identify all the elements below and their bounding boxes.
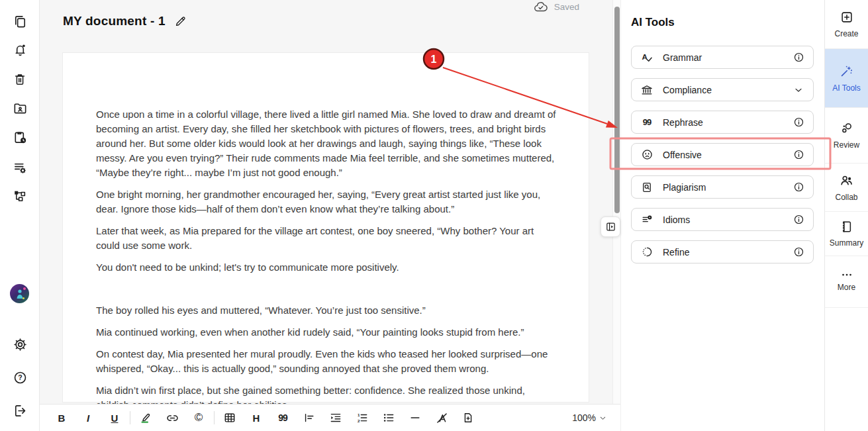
tool-label: Rephrase bbox=[663, 117, 783, 128]
copyright-button[interactable]: © bbox=[185, 408, 212, 428]
add-page-icon bbox=[461, 411, 475, 424]
tool-label: Refine bbox=[663, 247, 783, 258]
tab-create[interactable]: Create bbox=[825, 0, 868, 49]
paragraph: You don't need to be unkind; let's try t… bbox=[96, 260, 556, 275]
collapse-panel-button[interactable] bbox=[601, 216, 620, 237]
refine-sparkle-icon bbox=[640, 246, 653, 259]
vertical-scrollbar[interactable] bbox=[612, 0, 620, 404]
blockquote-button[interactable]: 99 bbox=[269, 408, 296, 428]
document-header: MY document - 1 bbox=[63, 9, 620, 33]
tab-summary[interactable]: Summary bbox=[825, 212, 868, 256]
info-icon[interactable] bbox=[793, 149, 804, 161]
settings-gear-icon[interactable] bbox=[12, 336, 28, 352]
horizontal-rule-icon bbox=[409, 411, 422, 424]
paragraph: Mia continued working, even when another… bbox=[96, 325, 556, 340]
clipboard-history-icon[interactable] bbox=[12, 129, 28, 145]
highlighter-icon bbox=[139, 411, 152, 424]
table-icon bbox=[223, 411, 236, 424]
more-dots-icon bbox=[840, 271, 854, 278]
cloud-saved-icon bbox=[534, 1, 548, 13]
collab-people-icon bbox=[839, 173, 854, 188]
refine-tool-button[interactable]: Refine bbox=[631, 240, 814, 263]
toolbar-divider bbox=[214, 411, 215, 424]
info-icon[interactable] bbox=[793, 181, 804, 193]
help-icon[interactable]: ? bbox=[12, 369, 28, 385]
numbered-list-icon: 12 bbox=[356, 411, 369, 424]
tab-review[interactable]: Review bbox=[825, 108, 868, 164]
logout-icon[interactable] bbox=[12, 403, 28, 418]
bold-button[interactable]: B bbox=[48, 408, 75, 428]
bullet-list-icon bbox=[382, 411, 395, 424]
info-icon[interactable] bbox=[793, 117, 804, 128]
svg-text:?: ? bbox=[18, 373, 22, 381]
info-icon[interactable] bbox=[793, 246, 804, 258]
contacts-folder-icon[interactable] bbox=[12, 100, 28, 116]
italic-button[interactable]: I bbox=[75, 408, 101, 428]
hierarchy-icon[interactable] bbox=[12, 188, 28, 204]
clear-formatting-button[interactable] bbox=[428, 408, 455, 428]
table-button[interactable] bbox=[217, 408, 243, 428]
paragraph: Later that week, as Mia prepared for the… bbox=[96, 224, 556, 253]
link-icon bbox=[166, 411, 179, 425]
panel-title: AI Tools bbox=[631, 16, 675, 29]
info-icon[interactable] bbox=[793, 214, 804, 226]
chevron-down-icon bbox=[599, 414, 607, 422]
chevron-down-icon bbox=[793, 84, 804, 96]
tab-collab[interactable]: Collab bbox=[825, 164, 868, 212]
compliance-tool-button[interactable]: Compliance bbox=[631, 78, 814, 101]
avatar-decoration bbox=[23, 287, 26, 290]
create-icon bbox=[840, 10, 854, 24]
tab-more[interactable]: More bbox=[825, 256, 868, 308]
toolbar-divider bbox=[130, 411, 130, 424]
tool-label: Grammar bbox=[663, 52, 783, 63]
summary-page-icon bbox=[840, 220, 853, 234]
list-settings-icon[interactable] bbox=[12, 160, 28, 175]
notifications-icon[interactable] bbox=[12, 42, 28, 58]
horizontal-rule-button[interactable] bbox=[402, 408, 428, 428]
clear-formatting-icon bbox=[435, 411, 449, 425]
editor-area: MY document - 1 Saved Once upon a time i… bbox=[40, 0, 620, 431]
rephrase-tool-button[interactable]: 99 Rephrase bbox=[631, 111, 814, 134]
heading-button[interactable]: H bbox=[243, 408, 269, 428]
tab-ai-tools[interactable]: AI Tools bbox=[825, 49, 868, 108]
zoom-control[interactable]: 100% bbox=[572, 412, 607, 423]
paragraph: The boy rolled his eyes and muttered, “W… bbox=[96, 303, 556, 318]
bullet-list-button[interactable] bbox=[375, 408, 402, 428]
add-page-button[interactable] bbox=[455, 408, 481, 428]
document-page[interactable]: Once upon a time in a colorful village, … bbox=[63, 53, 589, 402]
tool-label: Compliance bbox=[663, 85, 783, 95]
plagiarism-tool-button[interactable]: Plagiarism bbox=[631, 175, 814, 199]
user-avatar[interactable] bbox=[10, 284, 29, 303]
tool-label: Plagiarism bbox=[663, 182, 783, 193]
tab-label: Create bbox=[834, 29, 858, 38]
panel-expand-icon bbox=[605, 221, 616, 232]
tab-label: Collab bbox=[835, 193, 857, 202]
indent-button[interactable] bbox=[322, 408, 349, 428]
left-sidebar: ? bbox=[0, 0, 40, 431]
grammar-check-icon: A bbox=[640, 51, 653, 64]
align-left-icon bbox=[303, 411, 316, 424]
indent-icon bbox=[329, 411, 342, 424]
tool-label: Offensive bbox=[663, 150, 783, 160]
idioms-list-icon bbox=[640, 213, 653, 226]
link-button[interactable] bbox=[159, 408, 185, 428]
align-left-button[interactable] bbox=[296, 408, 322, 428]
svg-text:1: 1 bbox=[358, 412, 360, 417]
numbered-list-button[interactable]: 12 bbox=[349, 408, 375, 428]
highlight-button[interactable] bbox=[132, 408, 159, 428]
grammar-tool-button[interactable]: A Grammar bbox=[631, 46, 814, 69]
compliance-bank-icon bbox=[640, 83, 653, 97]
tab-label: Review bbox=[834, 140, 859, 150]
review-circles-icon bbox=[840, 121, 854, 136]
rename-document-button[interactable] bbox=[173, 14, 188, 28]
trash-icon[interactable] bbox=[12, 72, 28, 87]
underline-button[interactable]: U bbox=[101, 408, 128, 428]
scrollbar-thumb[interactable] bbox=[614, 7, 620, 213]
documents-icon[interactable] bbox=[12, 13, 28, 29]
offensive-tool-button[interactable]: Offensive bbox=[631, 143, 814, 166]
ai-tools-panel: AI Tools A Grammar Compliance 99 Rephras… bbox=[620, 0, 824, 431]
idioms-tool-button[interactable]: Idioms bbox=[631, 208, 814, 231]
save-status-label: Saved bbox=[554, 2, 579, 12]
info-icon[interactable] bbox=[793, 52, 804, 64]
save-status: Saved bbox=[534, 1, 579, 13]
